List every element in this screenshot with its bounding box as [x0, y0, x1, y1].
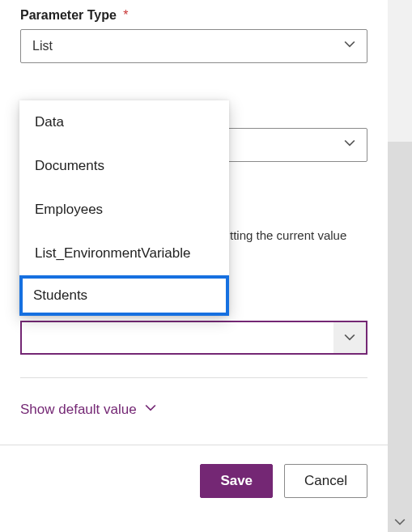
form-panel: Parameter Type * List tting the current … [0, 0, 388, 532]
chevron-down-icon [344, 138, 355, 152]
list-dropdown: Data Documents Employees List_Environmen… [19, 100, 229, 316]
current-list-select[interactable] [20, 321, 367, 355]
right-gutter [388, 0, 412, 532]
scrollbar-track[interactable] [388, 142, 412, 532]
show-default-value-toggle[interactable]: Show default value [20, 402, 156, 418]
gutter-spacer [388, 0, 412, 142]
chevron-down-icon [344, 39, 355, 53]
required-asterisk: * [123, 8, 128, 22]
dropdown-option-documents[interactable]: Documents [19, 144, 229, 188]
chevron-down-icon [333, 322, 366, 353]
divider [20, 377, 367, 378]
parameter-type-label-text: Parameter Type [20, 8, 117, 22]
cancel-button[interactable]: Cancel [284, 464, 367, 498]
parameter-type-label: Parameter Type * [20, 8, 367, 23]
dropdown-option-list-env-var[interactable]: List_EnvironmentVariable [19, 232, 229, 275]
scroll-down-icon[interactable] [388, 513, 412, 532]
parameter-type-select[interactable]: List [20, 29, 367, 63]
show-default-label: Show default value [20, 402, 137, 418]
dropdown-option-data[interactable]: Data [19, 100, 229, 144]
footer-actions: Save Cancel [0, 445, 388, 516]
chevron-down-icon [145, 402, 156, 418]
helper-text-fragment: tting the current value [230, 228, 346, 242]
dropdown-option-students[interactable]: Students [19, 275, 229, 316]
parameter-type-value: List [32, 39, 53, 53]
save-button[interactable]: Save [200, 464, 273, 498]
dropdown-option-employees[interactable]: Employees [19, 188, 229, 232]
